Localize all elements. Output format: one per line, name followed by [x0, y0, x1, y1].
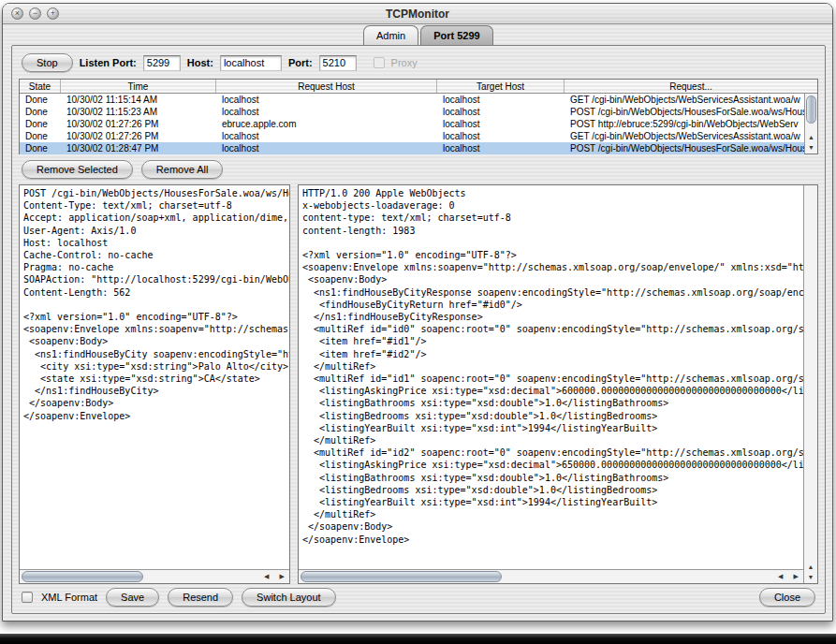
request-pane: POST /cgi-bin/WebObjects/HousesForSale.w…	[19, 184, 290, 584]
cell-time: 10/30/02 11:15:23 AM	[61, 106, 216, 118]
close-button[interactable]: Close	[759, 588, 815, 607]
cell-time: 10/30/02 01:27:26 PM	[61, 130, 216, 142]
cell-time: 10/30/02 01:28:47 PM	[61, 142, 216, 154]
cell-request-host: ebruce.apple.com	[216, 118, 437, 130]
cell-request-host: localhost	[216, 130, 437, 142]
table-row[interactable]: Done 10/30/02 11:15:14 AM localhost loca…	[20, 94, 804, 106]
column-header-state[interactable]: State	[20, 80, 61, 93]
column-header-target-host[interactable]: Target Host	[437, 80, 565, 93]
cell-state: Done	[20, 94, 61, 106]
cell-time: 10/30/02 11:15:14 AM	[61, 94, 216, 106]
tab-bar: Admin Port 5299	[363, 25, 495, 45]
cell-state: Done	[20, 130, 61, 142]
response-horizontal-scrollbar[interactable]: ◀ ▶	[299, 569, 803, 583]
response-vertical-scrollbar[interactable]: ▲ ▼	[803, 185, 817, 583]
cell-target-host: localhost	[437, 130, 565, 142]
request-scroll-thumb[interactable]	[22, 571, 143, 582]
desktop-background-band	[0, 634, 836, 644]
window-title: TCPMonitor	[3, 4, 832, 24]
xml-format-checkbox[interactable]	[22, 592, 33, 603]
response-scroll-thumb[interactable]	[301, 571, 502, 582]
port-input[interactable]	[319, 55, 357, 71]
request-text: POST /cgi-bin/WebObjects/HousesForSale.w…	[20, 185, 289, 569]
table-row[interactable]: Done 10/30/02 01:27:26 PM localhost loca…	[20, 130, 804, 142]
connection-toolbar: Stop Listen Port: Host: Port: Proxy	[22, 52, 418, 73]
cell-state: Done	[20, 142, 61, 154]
cell-request: POST /cgi-bin/WebObjects/HousesForSale.w…	[565, 106, 804, 118]
request-horizontal-scrollbar[interactable]: ◀ ▶	[20, 569, 289, 583]
cell-target-host: localhost	[437, 142, 565, 154]
cell-target-host: localhost	[437, 94, 565, 106]
cell-time: 10/30/02 01:27:26 PM	[61, 118, 216, 130]
table-row[interactable]: Done 10/30/02 11:15:23 AM localhost loca…	[20, 106, 804, 118]
save-button[interactable]: Save	[106, 588, 159, 607]
proxy-checkbox	[374, 57, 385, 68]
requests-table: State Time Request Host Target Host Requ…	[19, 79, 818, 154]
listen-port-label: Listen Port:	[80, 57, 137, 68]
xml-format-label: XML Format	[41, 592, 97, 603]
column-header-request[interactable]: Request...	[565, 80, 817, 93]
scroll-left-icon[interactable]: ◀	[778, 573, 783, 580]
scroll-left-icon[interactable]: ◀	[264, 573, 269, 580]
cell-request: POST http://ebruce:5299/cgi-bin/WebObjec…	[565, 118, 804, 130]
cell-state: Done	[20, 106, 61, 118]
scroll-down-icon[interactable]: ▼	[808, 144, 814, 151]
cell-target-host: localhost	[437, 106, 565, 118]
remove-all-button[interactable]: Remove All	[141, 160, 224, 179]
table-row[interactable]: Done 10/30/02 01:27:26 PM ebruce.apple.c…	[20, 118, 804, 130]
cell-request-host: localhost	[216, 106, 437, 118]
table-rows: Done 10/30/02 11:15:14 AM localhost loca…	[20, 94, 804, 154]
listen-port-input[interactable]	[143, 55, 181, 71]
message-panes: POST /cgi-bin/WebObjects/HousesForSale.w…	[19, 184, 818, 584]
port-label: Port:	[288, 57, 313, 68]
remove-actions: Remove Selected Remove All	[22, 160, 223, 179]
cell-request: GET /cgi-bin/WebObjects/WebServicesAssis…	[565, 130, 804, 142]
column-header-time[interactable]: Time	[61, 80, 216, 93]
scroll-up-icon[interactable]: ▲	[808, 564, 814, 570]
title-bar[interactable]: × − + TCPMonitor	[3, 4, 832, 24]
response-pane: HTTP/1.0 200 Apple WebObjects x-webobjec…	[298, 184, 818, 584]
stop-button[interactable]: Stop	[22, 53, 73, 72]
column-header-request-host[interactable]: Request Host	[216, 80, 437, 93]
table-row-selected[interactable]: Done 10/30/02 01:28:47 PM localhost loca…	[20, 142, 804, 154]
remove-selected-button[interactable]: Remove Selected	[22, 160, 133, 179]
tab-port-5299[interactable]: Port 5299	[420, 25, 493, 45]
cell-request-host: localhost	[216, 142, 437, 154]
tcpmonitor-window: × − + TCPMonitor Admin Port 5299 Stop Li…	[2, 3, 833, 622]
cell-state: Done	[20, 118, 61, 130]
host-label: Host:	[187, 57, 213, 68]
table-scroll-thumb[interactable]	[806, 95, 816, 124]
scroll-up-icon[interactable]: ▲	[808, 134, 814, 140]
scroll-down-icon[interactable]: ▼	[808, 574, 814, 580]
table-header: State Time Request Host Target Host Requ…	[20, 80, 817, 94]
cell-request: GET /cgi-bin/WebObjects/WebServicesAssis…	[565, 94, 804, 106]
proxy-label: Proxy	[391, 57, 418, 68]
host-input[interactable]	[220, 55, 282, 71]
resend-button[interactable]: Resend	[168, 588, 233, 607]
response-text: HTTP/1.0 200 Apple WebObjects x-webobjec…	[299, 185, 803, 569]
table-vertical-scrollbar[interactable]: ▲ ▼	[804, 94, 817, 154]
tab-admin[interactable]: Admin	[363, 25, 418, 45]
footer-bar: XML Format Save Resend Switch Layout Clo…	[22, 587, 815, 607]
cell-request: POST /cgi-bin/WebObjects/HousesForSale.w…	[565, 142, 804, 154]
cell-target-host: localhost	[437, 118, 565, 130]
scroll-right-icon[interactable]: ▶	[794, 573, 799, 580]
port-5299-panel: Stop Listen Port: Host: Port: Proxy Stat…	[11, 45, 826, 614]
cell-request-host: localhost	[216, 94, 437, 106]
scroll-right-icon[interactable]: ▶	[280, 573, 285, 580]
switch-layout-button[interactable]: Switch Layout	[242, 588, 335, 607]
